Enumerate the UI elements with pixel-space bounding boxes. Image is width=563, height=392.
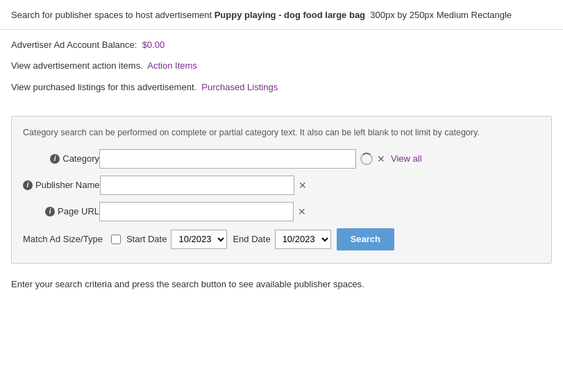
end-date-select[interactable]: 10/2023 09/2023 11/2023 12/2023 xyxy=(275,230,331,249)
category-label-group: i Category xyxy=(23,153,99,164)
balance-link[interactable]: $0.00 xyxy=(142,40,165,50)
pageurl-label-group: i Page URL xyxy=(23,206,99,216)
panel-note: Category search can be performed on comp… xyxy=(23,126,540,139)
action-items-row: View advertisement action items. Action … xyxy=(11,59,552,74)
match-label: Match Ad Size/Type xyxy=(23,234,103,244)
category-row: i Category ✕ View all xyxy=(23,149,540,169)
start-date-group: Start Date 10/2023 09/2023 11/2023 12/20… xyxy=(126,230,228,249)
category-input-group: ✕ View all xyxy=(99,149,422,169)
category-info-icon[interactable]: i xyxy=(50,154,60,164)
view-all-link[interactable]: View all xyxy=(391,153,422,164)
search-button[interactable]: Search xyxy=(337,228,394,250)
pageurl-input-group: ✕ xyxy=(99,202,306,221)
start-date-label: Start Date xyxy=(126,234,167,244)
publisher-info-icon[interactable]: i xyxy=(23,180,33,190)
pageurl-row: i Page URL ✕ xyxy=(23,202,540,221)
footer-text: Enter your search criteria and press the… xyxy=(11,279,364,289)
pageurl-info-icon[interactable]: i xyxy=(45,207,55,216)
purchased-label: View purchased listings for this adverti… xyxy=(11,82,196,92)
match-checkbox[interactable] xyxy=(111,235,121,244)
header-prefix: Search for publisher spaces to host adve… xyxy=(11,10,212,20)
publisher-input[interactable] xyxy=(100,176,294,195)
footer-note: Enter your search criteria and press the… xyxy=(0,269,563,299)
publisher-input-group: ✕ xyxy=(100,176,307,195)
pageurl-input[interactable] xyxy=(99,202,294,221)
publisher-clear-icon[interactable]: ✕ xyxy=(299,180,307,190)
action-items-link[interactable]: Action Items xyxy=(147,60,197,71)
pageurl-label: Page URL xyxy=(58,206,99,216)
category-input[interactable] xyxy=(99,149,356,169)
ad-name: Puppy playing - dog food large bag xyxy=(215,10,365,20)
action-items-label: View advertisement action items. xyxy=(11,60,143,71)
category-spinner xyxy=(360,153,373,165)
category-clear-icon[interactable]: ✕ xyxy=(377,154,385,164)
search-panel: Category search can be performed on comp… xyxy=(11,116,552,264)
end-date-group: End Date 10/2023 09/2023 11/2023 12/2023 xyxy=(233,230,330,249)
info-section: Advertiser Ad Account Balance: $0.00 Vie… xyxy=(0,30,563,110)
purchased-listings-link[interactable]: Purchased Listings xyxy=(201,82,278,92)
ad-dimensions: 300px by 250px Medium Rectangle xyxy=(370,10,512,20)
end-date-label: End Date xyxy=(233,234,270,244)
match-row: Match Ad Size/Type Start Date 10/2023 09… xyxy=(23,228,540,250)
header-section: Search for publisher spaces to host adve… xyxy=(0,0,563,30)
purchased-row: View purchased listings for this adverti… xyxy=(11,80,552,95)
balance-row: Advertiser Ad Account Balance: $0.00 xyxy=(11,38,552,53)
start-date-select[interactable]: 10/2023 09/2023 11/2023 12/2023 xyxy=(171,230,227,249)
header-text: Search for publisher spaces to host adve… xyxy=(11,8,552,22)
pageurl-clear-icon[interactable]: ✕ xyxy=(298,207,306,216)
balance-label: Advertiser Ad Account Balance: xyxy=(11,40,137,50)
publisher-row: i Publisher Name ✕ xyxy=(23,176,540,195)
category-label: Category xyxy=(62,153,99,164)
publisher-label: Publisher Name xyxy=(35,180,100,190)
publisher-label-group: i Publisher Name xyxy=(23,180,100,190)
